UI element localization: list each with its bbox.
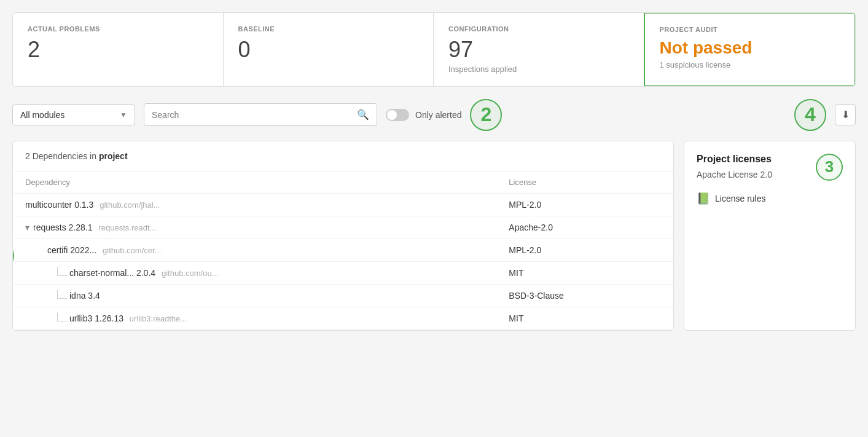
search-input[interactable] bbox=[152, 110, 357, 120]
tree-line bbox=[57, 290, 67, 299]
baseline-value: 0 bbox=[238, 37, 419, 62]
table-row: urllib3 1.26.13 urllib3.readthe...MIT bbox=[13, 307, 673, 330]
chevron-down-icon: ▼ bbox=[120, 111, 127, 119]
right-panel: Project licenses Apache License 2.0 3 📗 … bbox=[684, 141, 856, 331]
dep-license: MIT bbox=[496, 261, 673, 284]
dep-header: 2 Dependencies in project bbox=[13, 141, 673, 171]
configuration-card: CONFIGURATION 97 Inspections applied bbox=[434, 13, 644, 86]
configuration-value: 97 bbox=[448, 37, 629, 62]
table-row: idna 3.4BSD-3-Clause bbox=[13, 284, 673, 307]
project-audit-label: PROJECT AUDIT bbox=[660, 26, 840, 33]
project-licenses-title: Project licenses bbox=[697, 154, 772, 165]
project-audit-status: Not passed bbox=[660, 38, 840, 58]
dependencies-panel: 2 Dependencies in project Dependency Lic… bbox=[12, 141, 674, 331]
tree-line bbox=[57, 313, 67, 321]
dep-name: urllib3 1.26.13 bbox=[69, 313, 123, 323]
table-row: ▾requests 2.28.1 requests.readt...Apache… bbox=[13, 216, 673, 238]
project-audit-card: PROJECT AUDIT Not passed 1 suspicious li… bbox=[644, 12, 856, 87]
dep-table-header-row: Dependency License bbox=[13, 171, 673, 194]
expand-icon[interactable]: ▾ bbox=[25, 222, 29, 232]
dep-name: requests 2.28.1 bbox=[33, 222, 93, 232]
dep-name: charset-normal... 2.0.4 bbox=[69, 268, 155, 278]
dep-table: Dependency License multicounter 0.1.3 gi… bbox=[13, 171, 673, 331]
badge-2: 2 bbox=[470, 99, 502, 131]
project-license-name: Apache License 2.0 bbox=[697, 170, 772, 179]
license-rules-row[interactable]: 📗 License rules bbox=[697, 192, 843, 205]
badge-3: 3 bbox=[816, 154, 843, 181]
dep-link: github.com/jhal... bbox=[100, 200, 160, 210]
module-select[interactable]: All modules ▼ bbox=[12, 104, 135, 125]
table-row: charset-normal... 2.0.4 github.com/ou...… bbox=[13, 261, 673, 284]
actual-problems-card: ACTUAL PROBLEMS 2 bbox=[13, 13, 224, 86]
dep-header-bold: project bbox=[99, 151, 128, 161]
project-audit-sub: 1 suspicious license bbox=[660, 60, 840, 69]
download-button[interactable]: ⬇ bbox=[835, 104, 856, 125]
dep-header-text: 2 Dependencies in bbox=[25, 151, 96, 161]
table-row: 1certifi 2022... github.com/cer...MPL-2.… bbox=[13, 238, 673, 261]
dep-license: MPL-2.0 bbox=[496, 193, 673, 216]
module-select-label: All modules bbox=[20, 110, 65, 120]
dep-name: idna 3.4 bbox=[69, 291, 100, 301]
dep-link: requests.readt... bbox=[98, 223, 156, 232]
license-rules-label: License rules bbox=[715, 194, 766, 203]
actual-problems-label: ACTUAL PROBLEMS bbox=[28, 25, 208, 33]
main-content: 2 Dependencies in project Dependency Lic… bbox=[12, 141, 856, 331]
baseline-label: BASELINE bbox=[238, 25, 419, 33]
dep-name: certifi 2022... bbox=[47, 245, 96, 255]
dep-license: Apache-2.0 bbox=[496, 216, 673, 238]
search-box[interactable]: 🔍 bbox=[144, 103, 377, 126]
only-alerted-toggle[interactable] bbox=[386, 109, 409, 121]
dep-link: github.com/cer... bbox=[103, 246, 161, 255]
dep-license: MPL-2.0 bbox=[496, 238, 673, 261]
configuration-label: CONFIGURATION bbox=[448, 25, 629, 33]
dep-name: multicounter 0.1.3 bbox=[25, 200, 93, 210]
download-icon: ⬇ bbox=[842, 109, 850, 120]
configuration-sub: Inspections applied bbox=[448, 65, 629, 74]
tree-line bbox=[57, 267, 67, 276]
search-icon: 🔍 bbox=[357, 109, 369, 120]
dep-license: MIT bbox=[496, 307, 673, 330]
dep-license: BSD-3-Clause bbox=[496, 284, 673, 307]
dep-link: urllib3.readthe... bbox=[130, 314, 187, 323]
only-alerted-label: Only alerted bbox=[415, 110, 461, 120]
license-rules-icon: 📗 bbox=[697, 192, 710, 205]
dep-link: github.com/ou... bbox=[162, 269, 219, 278]
col-dependency: Dependency bbox=[13, 171, 496, 194]
actual-problems-value: 2 bbox=[28, 37, 208, 62]
badge-4: 4 bbox=[794, 99, 826, 131]
stats-row: ACTUAL PROBLEMS 2 BASELINE 0 CONFIGURATI… bbox=[12, 12, 856, 87]
controls-row: All modules ▼ 🔍 Only alerted 2 4 ⬇ bbox=[12, 99, 856, 131]
toggle-area: Only alerted bbox=[386, 109, 461, 121]
baseline-card: BASELINE 0 bbox=[224, 13, 434, 86]
table-row: multicounter 0.1.3 github.com/jhal...MPL… bbox=[13, 193, 673, 216]
col-license: License bbox=[496, 171, 673, 194]
